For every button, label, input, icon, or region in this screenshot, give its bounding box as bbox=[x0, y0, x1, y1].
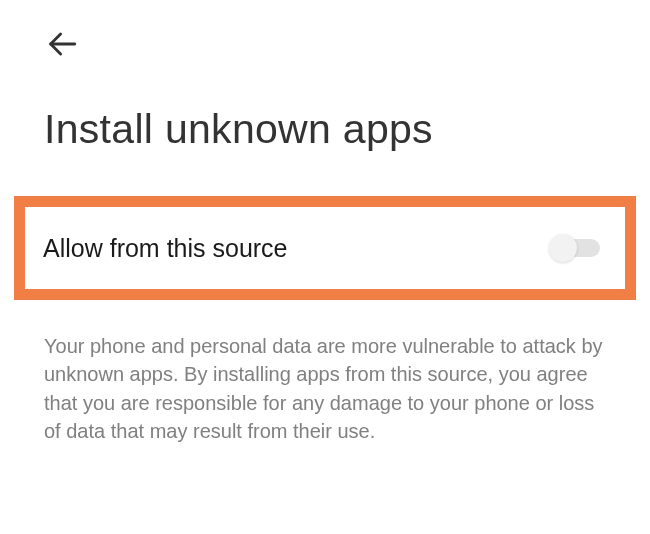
back-button[interactable] bbox=[44, 28, 80, 64]
page-title: Install unknown apps bbox=[44, 106, 433, 153]
setting-label: Allow from this source bbox=[43, 234, 288, 263]
toggle-thumb bbox=[549, 234, 577, 262]
warning-text: Your phone and personal data are more vu… bbox=[44, 332, 604, 446]
setting-row-highlight: Allow from this source bbox=[14, 196, 636, 300]
allow-source-toggle[interactable] bbox=[551, 237, 603, 259]
back-arrow-icon bbox=[45, 27, 79, 65]
